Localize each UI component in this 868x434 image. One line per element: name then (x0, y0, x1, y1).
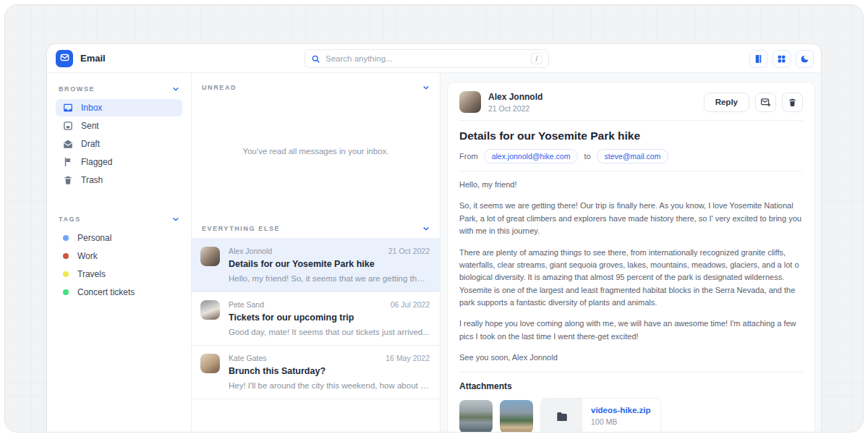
sidebar-item-sent[interactable]: Sent (56, 117, 182, 135)
detail-sender-name: Alex Jonnold (488, 92, 542, 102)
sidebar-item-label: Trash (81, 175, 103, 185)
avatar (459, 91, 481, 113)
mail-list-item[interactable]: Kate Gates 16 May 2022 Brunch this Satur… (192, 346, 440, 399)
to-label: to (584, 152, 590, 161)
attachments-row: videos-hike.zip 100 MB (459, 398, 803, 433)
mail-sender: Alex Jonnold (229, 247, 272, 255)
to-address-chip[interactable]: steve@mail.com (597, 149, 669, 163)
sidebar: BROWSE Inbox Sent (47, 73, 192, 433)
mail-subject: Brunch this Saturday? (229, 366, 430, 376)
sidebar-item-label: Flagged (81, 157, 112, 167)
unread-label: UNREAD (202, 84, 237, 91)
chevron-down-icon[interactable] (422, 84, 430, 91)
search-input[interactable] (326, 54, 526, 63)
email-detail-card: Alex Jonnold 21 Oct 2022 Reply (447, 82, 815, 433)
envelope-icon (60, 52, 69, 65)
delete-mail-button[interactable] (782, 93, 803, 112)
mail-date: 06 Jul 2022 (391, 300, 430, 309)
attachment-file-name: videos-hike.zip (591, 406, 650, 414)
body-paragraph: See you soon, Alex Jonnold (459, 352, 803, 364)
flag-icon (63, 157, 73, 167)
sidebar-item-label: Draft (81, 139, 100, 149)
mail-list-item[interactable]: Pete Sand 06 Jul 2022 Tickets for our up… (192, 292, 440, 346)
email-detail-header: Alex Jonnold 21 Oct 2022 Reply (459, 91, 803, 113)
tag-label: Travels (77, 269, 106, 279)
chevron-down-icon[interactable] (172, 216, 179, 223)
divider (459, 120, 803, 121)
sidebar-item-flagged[interactable]: Flagged (56, 153, 182, 171)
attachment-photo-thumbnail[interactable] (459, 400, 493, 433)
mail-list-item[interactable]: Alex Jonnold 21 Oct 2022 Details for our… (192, 239, 440, 292)
app-title: Email (80, 53, 106, 64)
detail-date: 21 Oct 2022 (488, 104, 542, 113)
detail-actions: Reply (704, 93, 803, 112)
from-address-chip[interactable]: alex.jonnold@hike.com (484, 149, 579, 163)
attachment-file-card[interactable]: videos-hike.zip 100 MB (540, 398, 661, 433)
apps-grid-button[interactable] (773, 50, 791, 68)
reading-pane: Alex Jonnold 21 Oct 2022 Reply (441, 73, 821, 433)
avatar (200, 354, 220, 373)
attachment-photo-thumbnail[interactable] (500, 400, 533, 433)
reading-list-button[interactable] (749, 50, 767, 68)
unread-empty-message: You've read all messages in your inbox. (243, 147, 389, 156)
dark-mode-toggle[interactable] (796, 50, 814, 68)
search-shortcut-key: / (531, 53, 542, 64)
chevron-down-icon[interactable] (422, 225, 430, 232)
sidebar-item-draft[interactable]: Draft (56, 135, 182, 153)
reply-button[interactable]: Reply (704, 93, 749, 112)
body-paragraph: I really hope you love coming along with… (459, 318, 803, 343)
sidebar-item-label: Sent (81, 121, 99, 131)
search-icon (311, 54, 320, 64)
from-label: From (459, 152, 478, 161)
mail-subject: Tickets for our upcoming trip (229, 312, 430, 323)
app-logo (56, 50, 73, 67)
tag-item-concert-tickets[interactable]: Concert tickets (56, 284, 182, 301)
tag-label: Concert tickets (77, 287, 135, 297)
browse-label: BROWSE (59, 85, 95, 93)
sidebar-item-inbox[interactable]: Inbox (56, 99, 182, 116)
tags-section-header: TAGS (56, 205, 182, 229)
draft-icon (63, 139, 73, 149)
grid-icon (777, 54, 786, 64)
body-paragraph: There are plenty of amazing things to se… (459, 247, 803, 310)
tag-color-dot (63, 235, 69, 241)
mail-date: 21 Oct 2022 (388, 247, 430, 255)
sidebar-item-trash[interactable]: Trash (56, 171, 182, 189)
book-icon (754, 54, 763, 64)
tag-label: Work (77, 251, 98, 261)
tag-label: Personal (77, 233, 111, 243)
everything-else-section-header: EVERYTHING ELSE (192, 214, 440, 238)
mail-subject: Details for our Yosemite Park hike (229, 259, 430, 269)
unread-empty-state: You've read all messages in your inbox. (192, 97, 440, 205)
mail-preview: Hello, my friend! So, it seems that we a… (229, 274, 430, 283)
sidebar-item-label: Inbox (81, 103, 102, 113)
forward-mail-button[interactable] (755, 93, 776, 112)
browse-section-header: BROWSE (56, 75, 182, 98)
envelope-plus-icon (760, 97, 771, 108)
tag-color-dot (63, 271, 69, 277)
unread-section-header: UNREAD (192, 73, 440, 97)
trash-icon (788, 98, 797, 107)
tag-item-work[interactable]: Work (56, 247, 182, 265)
mail-date: 16 May 2022 (386, 354, 430, 362)
avatar (200, 300, 220, 320)
sent-icon (63, 121, 73, 131)
tag-item-travels[interactable]: Travels (56, 265, 182, 283)
inbox-icon (63, 103, 73, 113)
from-to-row: From alex.jonnold@hike.com to steve@mail… (459, 149, 803, 163)
mail-preview: Hey! I'll be around the city this weeken… (229, 381, 430, 390)
mail-items: Alex Jonnold 21 Oct 2022 Details for our… (192, 238, 440, 399)
chevron-down-icon[interactable] (172, 85, 179, 93)
avatar (200, 247, 220, 266)
email-body: Hello, my friend! So, it seems we are ge… (459, 179, 803, 365)
tag-item-personal[interactable]: Personal (56, 229, 182, 247)
mail-sender: Kate Gates (229, 354, 267, 362)
mail-preview: Good day, mate! It seems that our ticket… (229, 328, 430, 336)
search-bar[interactable]: / (305, 49, 549, 68)
attachment-file-size: 100 MB (591, 417, 650, 426)
body-paragraph: So, it seems we are getting there! Our t… (459, 200, 803, 237)
body-paragraph: Hello, my friend! (459, 179, 803, 191)
mail-sender: Pete Sand (229, 300, 264, 309)
tag-color-dot (63, 253, 69, 259)
divider (459, 171, 803, 171)
